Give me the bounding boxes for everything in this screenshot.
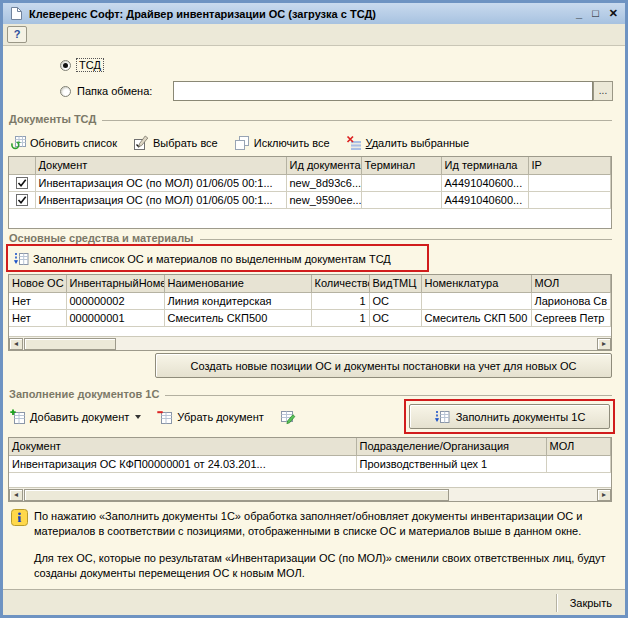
table-row: Инвентаризация ОС (по МОЛ) 01/06/05 00:1… <box>9 174 611 191</box>
fill-down-arrow-icon <box>434 409 450 425</box>
cell-department[interactable]: Производственный цех 1 <box>356 455 546 472</box>
assets-col-kind: ВидТМЦ <box>369 275 421 292</box>
add-document-button[interactable]: Добавить документ <box>10 409 141 425</box>
cell-mol[interactable]: Ларионова Св <box>531 292 611 309</box>
dialog-window: Клеверенс Софт: Драйвер инвентаризации О… <box>0 0 628 618</box>
select-all-label: Выбрать все <box>153 137 218 149</box>
cell-nomenclature[interactable] <box>421 292 531 309</box>
docs1c-section-title: Заполнение документов 1С <box>9 388 159 400</box>
cell-doc-id[interactable]: new_9590ee... <box>286 191 361 208</box>
radio-tsd[interactable]: ТСД <box>60 59 103 71</box>
assets-col-mol: МОЛ <box>531 275 611 292</box>
radio-tsd-circle[interactable] <box>60 60 71 71</box>
cell-kind[interactable]: ОС <box>369 309 421 326</box>
assets-section-header: Основные средства и материалы <box>9 232 612 244</box>
select-all-button[interactable]: Выбрать все <box>133 135 218 151</box>
tsd-col-terminal: Терминал <box>361 157 441 174</box>
fill-assets-label: Заполнить список ОС и материалов по выде… <box>33 253 391 265</box>
scroll-right-icon[interactable]: ▸ <box>597 489 611 501</box>
fill-down-arrow-icon <box>13 251 29 267</box>
refresh-icon <box>10 135 26 151</box>
fill-assets-button[interactable]: Заполнить список ОС и материалов по выде… <box>13 251 391 267</box>
delete-selected-label: Удалить выбранные <box>366 137 470 149</box>
tsd-section-header: Документы ТСД <box>9 113 612 125</box>
docs1c-table: Документ Подразделение/Организация МОЛ И… <box>8 437 612 502</box>
table-settings-button[interactable] <box>280 409 296 425</box>
cell-terminal[interactable] <box>361 191 441 208</box>
tsd-section-rule <box>102 120 612 121</box>
cell-name[interactable]: Смеситель СКП500 <box>164 309 311 326</box>
close-dialog-button[interactable]: Закрыть <box>557 597 625 609</box>
docs1c-section-header: Заполнение документов 1С <box>9 388 612 400</box>
bottom-bar: Закрыть <box>3 589 625 615</box>
refresh-list-button[interactable]: Обновить список <box>10 135 117 151</box>
table-row: Нет 000000001 Смеситель СКП500 1 ОС Смес… <box>9 309 611 326</box>
scroll-left-icon[interactable]: ◂ <box>9 338 23 350</box>
create-new-assets-label: Создать новые позиции ОС и документы пос… <box>191 360 577 372</box>
cell-doc[interactable]: Инвентаризация ОС (по МОЛ) 01/06/05 00:1… <box>35 174 286 191</box>
radio-tsd-label[interactable]: ТСД <box>77 59 103 71</box>
cell-inv-no[interactable]: 000000002 <box>66 292 164 309</box>
exclude-all-label: Исключить все <box>254 137 330 149</box>
fill-1c-documents-button[interactable]: Заполнить документы 1С <box>409 404 610 429</box>
browse-button[interactable]: ... <box>593 81 613 101</box>
tsd-section-title: Документы ТСД <box>9 113 96 125</box>
scroll-left-icon[interactable]: ◂ <box>9 489 23 501</box>
cell-doc[interactable]: Инвентаризация ОС КФП00000001 от 24.03.2… <box>9 455 356 472</box>
select-all-icon <box>133 135 149 151</box>
row-checkbox[interactable] <box>9 191 35 208</box>
cell-kind[interactable]: ОС <box>369 292 421 309</box>
cell-doc[interactable]: Инвентаризация ОС (по МОЛ) 01/06/05 00:1… <box>35 191 286 208</box>
tsd-documents-table: Документ Ид документа Терминал Ид термин… <box>8 156 612 229</box>
maximize-button[interactable]: □ <box>592 7 599 20</box>
radio-folder[interactable]: Папка обмена: <box>60 85 152 97</box>
scroll-right-icon[interactable]: ▸ <box>597 338 611 350</box>
info-icon <box>11 509 28 530</box>
help-button[interactable]: ? <box>7 26 27 43</box>
table-pencil-icon <box>280 409 296 425</box>
table-row: Инвентаризация ОС КФП00000001 от 24.03.2… <box>9 455 611 472</box>
docs1c-scroll-thumb[interactable] <box>24 489 449 501</box>
table-row: Нет 000000002 Линия кондитерская 1 ОС Ла… <box>9 292 611 309</box>
cell-mol[interactable] <box>546 455 611 472</box>
close-button[interactable]: ✕ <box>609 7 618 20</box>
docs1c-col-department: Подразделение/Организация <box>356 438 546 455</box>
cell-terminal-id[interactable]: A4491040600... <box>441 174 528 191</box>
cell-qty[interactable]: 1 <box>311 309 369 326</box>
minimize-button[interactable]: _ <box>576 7 582 20</box>
assets-section-rule <box>200 239 612 240</box>
docs1c-hscrollbar[interactable]: ◂ ▸ <box>9 487 611 501</box>
table-row: Инвентаризация ОС (по МОЛ) 01/06/05 00:1… <box>9 191 611 208</box>
title-bar: Клеверенс Софт: Драйвер инвентаризации О… <box>3 3 625 24</box>
cell-terminal-id[interactable]: A4491040600... <box>441 191 528 208</box>
cell-new-os[interactable]: Нет <box>9 309 66 326</box>
cell-terminal[interactable] <box>361 174 441 191</box>
assets-col-inv-no: ИнвентарныйНомер <box>66 275 164 292</box>
docs1c-col-doc: Документ <box>9 438 356 455</box>
create-new-assets-button[interactable]: Создать новые позиции ОС и документы пос… <box>155 353 612 378</box>
cell-new-os[interactable]: Нет <box>9 292 66 309</box>
cell-inv-no[interactable]: 000000001 <box>66 309 164 326</box>
window-doc-icon <box>10 6 23 21</box>
cell-ip[interactable] <box>528 191 611 208</box>
assets-scroll-thumb[interactable] <box>24 338 116 350</box>
assets-table: Новое ОС ИнвентарныйНомер Наименование К… <box>8 274 612 351</box>
check-icon <box>17 178 27 188</box>
assets-section-title: Основные средства и материалы <box>9 232 194 244</box>
delete-selected-button[interactable]: Удалить выбранные <box>346 135 470 151</box>
radio-folder-circle[interactable] <box>60 86 71 97</box>
cell-doc-id[interactable]: new_8d93c6... <box>286 174 361 191</box>
cell-ip[interactable] <box>528 174 611 191</box>
folder-path-input[interactable] <box>173 81 593 101</box>
cell-qty[interactable]: 1 <box>311 292 369 309</box>
assets-hscrollbar[interactable]: ◂ ▸ <box>9 336 611 350</box>
exclude-all-button[interactable]: Исключить все <box>234 135 330 151</box>
radio-folder-label[interactable]: Папка обмена: <box>77 85 152 97</box>
check-icon <box>17 195 27 205</box>
dropdown-arrow-icon <box>135 415 141 419</box>
cell-mol[interactable]: Сергеев Петр <box>531 309 611 326</box>
row-checkbox[interactable] <box>9 174 35 191</box>
cell-nomenclature[interactable]: Смеситель СКП 500 <box>421 309 531 326</box>
cell-name[interactable]: Линия кондитерская <box>164 292 311 309</box>
remove-document-button[interactable]: Убрать документ <box>157 409 264 425</box>
